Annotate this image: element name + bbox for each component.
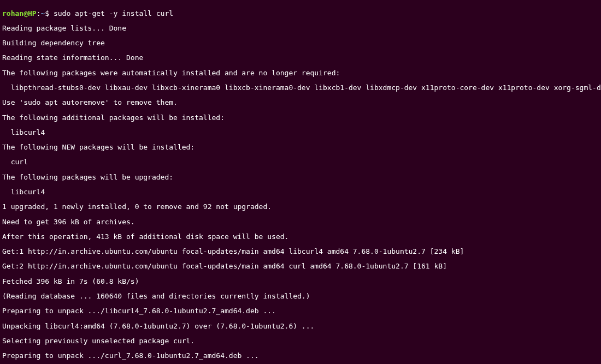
output-line: Preparing to unpack .../curl_7.68.0-1ubu… bbox=[2, 352, 599, 360]
terminal[interactable]: rohan@HP:~$ sudo apt-get -y install curl… bbox=[0, 0, 601, 364]
prompt-user: rohan@HP bbox=[2, 9, 37, 17]
output-line: libpthread-stubs0-dev libxau-dev libxcb-… bbox=[2, 84, 599, 92]
output-line: After this operation, 413 kB of addition… bbox=[2, 233, 599, 241]
prompt-sep2: $ bbox=[45, 9, 54, 17]
output-line: Reading state information... Done bbox=[2, 54, 599, 62]
output-line: Reading package lists... Done bbox=[2, 25, 599, 32]
output-line: libcurl4 bbox=[2, 129, 599, 136]
output-line: The following packages will be upgraded: bbox=[2, 174, 599, 181]
output-line: curl bbox=[2, 158, 599, 166]
output-line: Unpacking libcurl4:amd64 (7.68.0-1ubuntu… bbox=[2, 323, 599, 330]
output-line: Selecting previously unselected package … bbox=[2, 337, 599, 345]
output-line: The following packages were automaticall… bbox=[2, 69, 599, 77]
output-line: libcurl4 bbox=[2, 188, 599, 196]
output-line: Building dependency tree bbox=[2, 39, 599, 47]
command-apt-install: sudo apt-get -y install curl bbox=[54, 9, 173, 17]
output-line: Get:1 http://in.archive.ubuntu.com/ubunt… bbox=[2, 248, 599, 255]
output-line: Preparing to unpack .../libcurl4_7.68.0-… bbox=[2, 307, 599, 315]
output-line: Fetched 396 kB in 7s (60.8 kB/s) bbox=[2, 278, 599, 285]
output-line: Need to get 396 kB of archives. bbox=[2, 218, 599, 226]
output-line: Get:2 http://in.archive.ubuntu.com/ubunt… bbox=[2, 262, 599, 270]
output-line: 1 upgraded, 1 newly installed, 0 to remo… bbox=[2, 203, 599, 211]
output-line: Use 'sudo apt autoremove' to remove them… bbox=[2, 99, 599, 106]
output-line: The following additional packages will b… bbox=[2, 114, 599, 122]
output-line: (Reading database ... 160640 files and d… bbox=[2, 293, 599, 300]
prompt-line-1: rohan@HP:~$ sudo apt-get -y install curl bbox=[2, 10, 599, 17]
output-line: The following NEW packages will be insta… bbox=[2, 144, 599, 151]
